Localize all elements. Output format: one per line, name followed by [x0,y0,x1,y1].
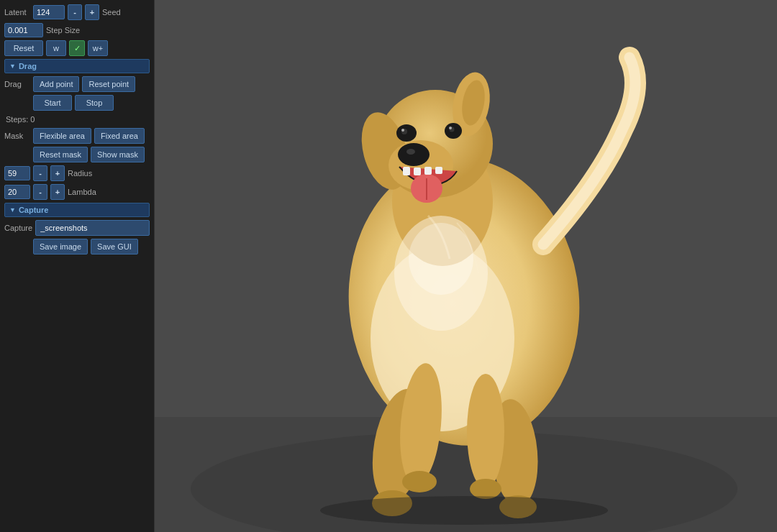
reset-mask-btn[interactable]: Reset mask [33,147,88,162]
latent-input[interactable] [33,5,65,19]
lambda-input[interactable] [4,185,30,199]
image-canvas[interactable] [155,0,777,532]
svg-rect-30 [414,168,421,175]
svg-point-34 [409,223,473,295]
w-plus-btn[interactable]: w+ [88,40,108,56]
start-btn[interactable]: Start [33,95,72,111]
capture-triangle-icon: ▼ [9,206,16,214]
svg-point-35 [320,496,608,525]
lambda-row: - + Lambda [4,184,150,200]
drag-buttons-row: Drag Add point Reset point [4,76,150,92]
w-check-btn[interactable]: ✓ [69,40,85,56]
svg-rect-32 [435,167,442,174]
latent-minus-btn[interactable]: - [68,4,82,20]
capture-label: Capture [4,224,32,232]
radius-label: Radius [68,169,92,178]
capture-path-input[interactable] [35,220,150,236]
save-image-btn[interactable]: Save image [33,239,88,254]
radius-plus-btn[interactable]: + [50,165,65,181]
show-mask-btn[interactable]: Show mask [91,147,145,162]
main-canvas[interactable] [155,0,777,532]
capture-section-header[interactable]: ▼ Capture [4,203,150,217]
svg-point-26 [449,127,452,129]
svg-point-23 [401,129,404,132]
drag-section-header[interactable]: ▼ Drag [4,59,150,73]
flexible-area-btn[interactable]: Flexible area [33,128,91,144]
stop-btn[interactable]: Stop [75,95,114,111]
svg-rect-31 [424,167,432,175]
drag-label: Drag [4,80,30,88]
add-point-btn[interactable]: Add point [33,76,79,92]
steps-text: Steps: 0 [6,114,35,125]
svg-rect-29 [403,167,410,175]
lambda-minus-btn[interactable]: - [33,184,47,200]
svg-point-20 [406,149,415,155]
save-buttons-row: Save image Save GUI [4,239,150,254]
radius-row: - + Radius [4,165,150,181]
latent-plus-btn[interactable]: + [85,4,99,20]
svg-point-12 [470,479,501,499]
mask-controls-row: Reset mask Show mask [4,147,150,162]
capture-section-label: Capture [19,206,49,214]
lambda-plus-btn[interactable]: + [50,184,65,200]
mask-area-row: Mask Flexible area Fixed area [4,128,150,144]
drag-triangle-icon: ▼ [9,63,16,70]
dog-image [155,0,777,532]
save-gui-btn[interactable]: Save GUI [91,239,138,254]
mask-label: Mask [4,132,30,140]
lambda-label: Lambda [68,188,96,196]
radius-minus-btn[interactable]: - [33,165,47,181]
step-size-input[interactable] [4,23,43,37]
svg-point-19 [398,143,430,166]
fixed-area-btn[interactable]: Fixed area [94,128,145,144]
seed-label: Seed [102,8,121,17]
capture-path-row: Capture [4,220,150,236]
sidebar: Latent - + Seed Step Size Reset w ✓ w+ ▼… [0,0,155,532]
svg-point-11 [467,374,504,489]
reset-row: Reset w ✓ w+ [4,40,150,56]
latent-row: Latent - + Seed [4,4,150,20]
step-size-row: Step Size [4,23,150,37]
svg-point-10 [402,471,437,492]
w-btn[interactable]: w [46,40,66,56]
radius-input[interactable] [4,166,30,180]
reset-btn[interactable]: Reset [4,40,43,56]
reset-point-btn[interactable]: Reset point [82,76,135,92]
start-stop-row: Start Stop [4,95,150,111]
latent-label: Latent [4,8,30,17]
step-size-label: Step Size [46,26,80,35]
drag-section-label: Drag [19,62,37,70]
steps-row: Steps: 0 [4,114,150,125]
